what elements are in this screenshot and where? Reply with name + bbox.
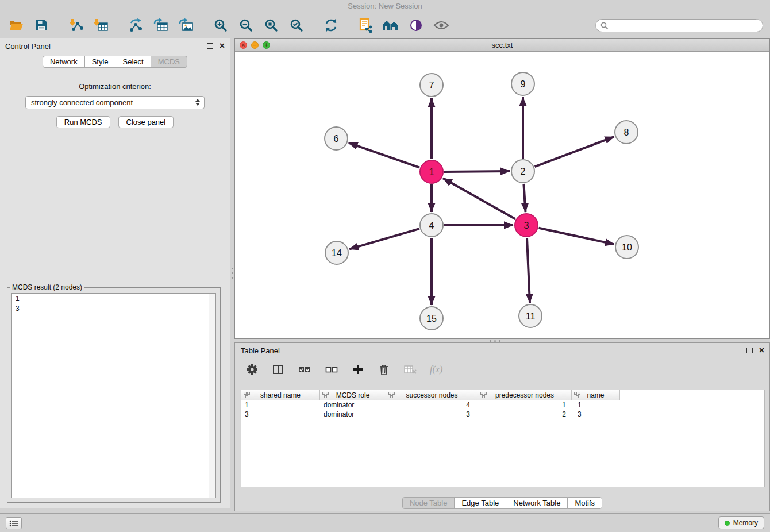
- export-table-button[interactable]: [152, 16, 170, 34]
- zoom-selected-button[interactable]: [287, 16, 306, 34]
- apply-layout-button[interactable]: [322, 16, 340, 34]
- import-network-button[interactable]: [67, 16, 85, 34]
- cell-mcds-role[interactable]: dominator: [320, 400, 386, 410]
- graph-node-10[interactable]: 10: [615, 236, 638, 259]
- add-column-button[interactable]: [351, 363, 365, 376]
- tab-edge-table[interactable]: Edge Table: [454, 497, 506, 509]
- table-row[interactable]: 3 dominator 3 2 3: [241, 410, 764, 419]
- tab-network[interactable]: Network: [43, 56, 85, 68]
- cell-shared-name[interactable]: 1: [241, 400, 320, 410]
- half-eye-icon: [409, 18, 423, 32]
- graphics-details-button[interactable]: [407, 16, 425, 34]
- cell-name[interactable]: 1: [572, 400, 620, 410]
- tab-mcds[interactable]: MCDS: [151, 56, 187, 68]
- search-input[interactable]: [595, 19, 763, 32]
- table-row[interactable]: 1 dominator 4 1 1: [241, 400, 764, 410]
- graph-edge-2-8[interactable]: [535, 137, 614, 167]
- network-window-titlebar[interactable]: × − + scc.txt: [235, 39, 769, 52]
- graph-node-7[interactable]: 7: [420, 74, 443, 97]
- cell-predecessor-nodes[interactable]: 1: [478, 400, 572, 410]
- graph-node-8[interactable]: 8: [615, 121, 638, 144]
- network-graph[interactable]: 7968124314101511: [235, 52, 769, 340]
- close-panel-button[interactable]: Close panel: [118, 116, 174, 128]
- column-header-shared-name[interactable]: shared name: [241, 390, 320, 400]
- view-group: [356, 16, 451, 34]
- export-image-icon: [179, 18, 194, 32]
- zoom-in-button[interactable]: [211, 16, 230, 34]
- window-minimize-icon[interactable]: −: [251, 41, 259, 49]
- save-session-button[interactable]: [32, 16, 51, 34]
- graph-node-6[interactable]: 6: [325, 127, 348, 150]
- table-tabs: Node Table Edge Table Network Table Moti…: [235, 497, 769, 509]
- deselect-all-button[interactable]: [324, 363, 339, 376]
- graph-edge-4-14[interactable]: [349, 229, 419, 249]
- column-header-mcds-role[interactable]: MCDS role: [320, 390, 386, 400]
- cell-name[interactable]: 3: [572, 410, 620, 419]
- optimization-criterion-select[interactable]: strongly connected component: [25, 96, 205, 109]
- column-header-predecessor-nodes[interactable]: predecessor nodes: [478, 390, 572, 400]
- graph-node-9[interactable]: 9: [511, 72, 534, 95]
- home-icon: [382, 19, 399, 32]
- vertical-splitter-grip[interactable]: [231, 267, 234, 282]
- network-window-title: scc.txt: [492, 41, 513, 49]
- show-columns-button[interactable]: [271, 363, 285, 376]
- graph-node-14[interactable]: 14: [325, 241, 348, 264]
- svg-text:3: 3: [524, 221, 529, 230]
- eye-icon: [433, 20, 449, 31]
- graph-edge-3-1[interactable]: [443, 178, 515, 219]
- select-all-button[interactable]: [297, 363, 312, 376]
- tab-network-table[interactable]: Network Table: [506, 497, 568, 509]
- export-image-button[interactable]: [177, 16, 195, 34]
- table-toolbar: f(x): [235, 358, 769, 381]
- close-table-panel-icon[interactable]: ×: [759, 346, 764, 355]
- show-hide-button[interactable]: [432, 16, 451, 34]
- open-session-button[interactable]: [7, 16, 25, 34]
- float-table-panel-icon[interactable]: [746, 348, 753, 353]
- graph-node-11[interactable]: 11: [519, 304, 542, 327]
- graph-node-15[interactable]: 15: [420, 307, 443, 330]
- tab-motifs[interactable]: Motifs: [567, 497, 602, 509]
- cell-shared-name[interactable]: 3: [241, 410, 320, 419]
- graph-edge-1-6[interactable]: [349, 143, 420, 168]
- tab-style[interactable]: Style: [84, 56, 116, 68]
- delete-table-button: [403, 363, 418, 376]
- graph-node-4[interactable]: 4: [420, 214, 443, 237]
- graph-edge-1-2[interactable]: [444, 171, 510, 172]
- zoom-out-button[interactable]: [237, 16, 255, 34]
- close-panel-icon[interactable]: ×: [220, 41, 225, 51]
- export-network-button[interactable]: [126, 16, 145, 34]
- cell-predecessor-nodes[interactable]: 2: [478, 410, 572, 419]
- column-header-successor-nodes[interactable]: successor nodes: [386, 390, 478, 400]
- result-scrollbar[interactable]: [209, 294, 215, 498]
- column-settings-button[interactable]: [245, 363, 259, 376]
- graph-node-2[interactable]: 2: [511, 160, 534, 183]
- optimization-criterion-label: Optimization criterion:: [0, 82, 230, 91]
- optimization-criterion-value: strongly connected component: [31, 98, 133, 107]
- import-table-button[interactable]: [92, 16, 110, 34]
- clipboard-import-button[interactable]: [356, 16, 375, 34]
- graph-edge-3-11[interactable]: [527, 238, 530, 303]
- table-panel-title: Table Panel: [241, 346, 280, 355]
- layout-group: [322, 16, 340, 34]
- run-mcds-button[interactable]: Run MCDS: [56, 116, 110, 128]
- zoom-fit-button[interactable]: [262, 16, 280, 34]
- control-panel-title: Control Panel: [5, 42, 51, 51]
- graph-node-1[interactable]: 1: [420, 160, 443, 183]
- graph-node-3[interactable]: 3: [515, 214, 538, 237]
- window-zoom-icon[interactable]: +: [263, 41, 270, 49]
- tab-select[interactable]: Select: [116, 56, 151, 68]
- float-panel-icon[interactable]: [207, 43, 213, 49]
- cell-successor-nodes[interactable]: 3: [386, 410, 478, 419]
- network-canvas[interactable]: 7968124314101511: [235, 52, 769, 338]
- window-close-icon[interactable]: ×: [240, 41, 247, 49]
- network-overview-button[interactable]: [382, 16, 400, 34]
- cell-mcds-role[interactable]: dominator: [320, 410, 386, 419]
- memory-button[interactable]: Memory: [718, 516, 764, 529]
- cell-successor-nodes[interactable]: 4: [386, 400, 478, 410]
- delete-column-button[interactable]: [377, 363, 391, 376]
- tab-node-table[interactable]: Node Table: [402, 497, 455, 509]
- column-header-name[interactable]: name: [572, 390, 620, 400]
- task-history-button[interactable]: [6, 517, 22, 529]
- graph-edge-2-3[interactable]: [523, 184, 525, 212]
- graph-edge-3-10[interactable]: [539, 228, 614, 244]
